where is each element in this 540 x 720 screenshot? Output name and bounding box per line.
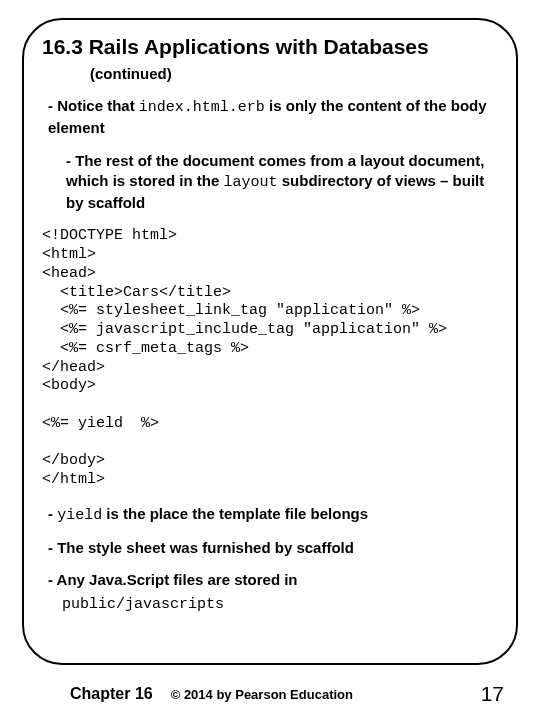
bullet-javascript-text: - Any Java.Script files are stored in xyxy=(48,571,298,588)
bullet-layout: - The rest of the document comes from a … xyxy=(66,151,498,214)
code-layout: layout xyxy=(224,174,278,191)
bullet-yield-pre: - xyxy=(48,505,57,522)
bullet-notice: - Notice that index.html.erb is only the… xyxy=(48,96,498,139)
bullet-yield-post: is the place the template file belongs xyxy=(102,505,368,522)
slide-footer: Chapter 16 © 2014 by Pearson Education 1… xyxy=(0,682,540,706)
footer-copyright: © 2014 by Pearson Education xyxy=(171,687,353,702)
code-public-js: public/javascripts xyxy=(62,596,224,613)
bullet-javascript-path: public/javascripts xyxy=(62,593,498,615)
bullet-stylesheet: - The style sheet was furnished by scaff… xyxy=(48,538,498,558)
footer-chapter: Chapter 16 xyxy=(70,685,153,703)
bullet-javascript: - Any Java.Script files are stored in xyxy=(48,570,498,590)
code-index-erb: index.html.erb xyxy=(139,99,265,116)
footer-page-number: 17 xyxy=(481,682,504,706)
slide-frame: 16.3 Rails Applications with Databases (… xyxy=(22,18,518,665)
code-yield: yield xyxy=(57,507,102,524)
slide-continued: (continued) xyxy=(90,65,498,82)
slide-title: 16.3 Rails Applications with Databases xyxy=(42,34,498,59)
bullet-yield: - yield is the place the template file b… xyxy=(48,504,498,526)
bullet-notice-pre: - Notice that xyxy=(48,97,139,114)
code-block: <!DOCTYPE html> <html> <head> <title>Car… xyxy=(42,227,498,490)
